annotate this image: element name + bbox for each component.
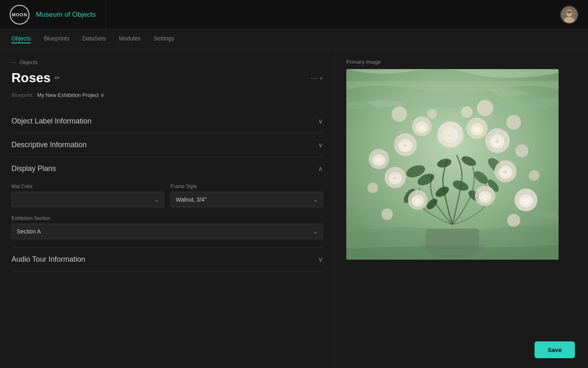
svg-point-29: [403, 144, 407, 147]
section-descriptive-chevron: ∨: [318, 141, 323, 149]
svg-point-33: [495, 139, 499, 144]
display-plans-content: Mat Color White Cream Black Frame Style: [11, 180, 323, 247]
svg-point-50: [522, 197, 530, 205]
svg-point-69: [392, 106, 407, 122]
section-audio-tour-chevron: ∨: [318, 256, 323, 263]
page-title: Roses: [11, 70, 51, 85]
primary-image-container: [346, 69, 559, 260]
left-panel: ← Objects Roses ✏ ··· ∨ Blueprint: My Ne…: [0, 49, 335, 368]
svg-point-37: [393, 177, 396, 180]
section-object-label: Object Label Information ∨: [11, 110, 323, 133]
section-object-label-title: Object Label Information: [11, 117, 91, 126]
blueprint-value[interactable]: My New Exhibition Project ∨: [37, 92, 105, 98]
save-button[interactable]: Save: [535, 341, 575, 358]
svg-point-68: [506, 115, 521, 130]
svg-point-63: [529, 170, 539, 181]
svg-point-53: [376, 157, 382, 163]
more-dots: ···: [311, 73, 318, 83]
section-display-plans-chevron: ∧: [318, 165, 323, 173]
main-content: ← Objects Roses ✏ ··· ∨ Blueprint: My Ne…: [0, 49, 588, 368]
section-audio-tour-header[interactable]: Audio Tour Information ∨: [11, 248, 323, 271]
nav-item-settings[interactable]: Settings: [154, 35, 174, 43]
right-panel: Primary Image: [335, 49, 588, 368]
app-title: Museum of Objects: [36, 11, 96, 19]
frame-style-label: Frame Style: [171, 184, 323, 189]
exhibition-section-select-wrapper: Section A Section B Section C: [11, 224, 323, 239]
svg-point-59: [419, 125, 425, 130]
mat-frame-row: Mat Color White Cream Black Frame Style: [11, 184, 323, 207]
svg-point-64: [368, 182, 378, 193]
top-bar: MOON Museum of Objects: [0, 0, 588, 29]
svg-point-62: [515, 144, 528, 157]
section-display-plans-header[interactable]: Display Plans ∧: [11, 157, 323, 180]
sub-nav: Objects Blueprints DataSets Modules Sett…: [0, 29, 588, 49]
section-audio-tour-title: Audio Tour Information: [11, 255, 85, 264]
breadcrumb[interactable]: ← Objects: [11, 59, 323, 65]
back-arrow-icon: ←: [11, 59, 17, 65]
frame-style-select[interactable]: Walnut, 3/4" Black, 1" Silver, 1/2" Gold…: [171, 192, 323, 207]
svg-point-56: [474, 126, 480, 133]
section-display-plans-title: Display Plans: [11, 164, 56, 173]
mat-color-label: Mat Color: [11, 184, 164, 189]
section-object-label-chevron: ∨: [318, 117, 323, 125]
section-descriptive: Descriptive Information ∨: [11, 133, 323, 157]
nav-item-modules[interactable]: Modules: [119, 35, 140, 43]
page-title-left: Roses ✏: [11, 70, 60, 85]
breadcrumb-label: Objects: [20, 59, 38, 65]
painting-svg: [346, 69, 559, 260]
nav-item-objects[interactable]: Objects: [11, 35, 31, 43]
svg-point-61: [461, 106, 472, 118]
section-object-label-header[interactable]: Object Label Information ∨: [11, 110, 323, 133]
section-display-plans: Display Plans ∧ Mat Color White Cream Bl…: [11, 157, 323, 248]
nav-item-datasets[interactable]: DataSets: [82, 35, 106, 43]
svg-point-66: [507, 214, 520, 227]
blueprint-name: My New Exhibition Project: [37, 92, 99, 98]
frame-style-group: Frame Style Walnut, 3/4" Black, 1" Silve…: [171, 184, 323, 207]
blueprint-chevron-icon: ∨: [100, 92, 105, 98]
blueprint-label: Blueprint:: [11, 92, 34, 98]
section-descriptive-title: Descriptive Information: [11, 141, 87, 149]
logo: MOON: [10, 5, 29, 25]
section-audio-tour: Audio Tour Information ∨: [11, 248, 323, 272]
user-avatar[interactable]: [560, 6, 578, 24]
svg-point-65: [381, 209, 393, 220]
exhibition-section-select[interactable]: Section A Section B Section C: [11, 224, 323, 239]
mat-color-select[interactable]: White Cream Black: [11, 192, 164, 207]
frame-style-select-wrapper: Walnut, 3/4" Black, 1" Silver, 1/2" Gold…: [171, 192, 323, 207]
svg-point-5: [570, 13, 571, 14]
chevron-small: ∨: [319, 75, 323, 81]
svg-point-4: [568, 13, 569, 14]
mat-color-group: Mat Color White Cream Black: [11, 184, 164, 207]
svg-point-44: [415, 198, 421, 204]
edit-icon[interactable]: ✏: [55, 74, 60, 82]
svg-point-67: [477, 100, 493, 116]
logo-area: MOON Museum of Objects: [10, 0, 106, 29]
exhibition-section-group: Exhibition Section Section A Section B S…: [11, 215, 323, 239]
blueprint-row: Blueprint: My New Exhibition Project ∨: [11, 92, 323, 98]
page-title-row: Roses ✏ ··· ∨: [11, 70, 323, 85]
section-descriptive-header[interactable]: Descriptive Information ∨: [11, 133, 323, 157]
mat-color-select-wrapper: White Cream Black: [11, 192, 164, 207]
user-avatar-image: [561, 7, 577, 23]
save-btn-area: Save: [535, 341, 575, 358]
primary-image-label: Primary Image: [346, 59, 381, 65]
nav-item-blueprints[interactable]: Blueprints: [44, 35, 69, 43]
more-options-icon[interactable]: ··· ∨: [311, 73, 323, 83]
svg-point-47: [482, 194, 488, 200]
svg-point-41: [503, 170, 507, 174]
exhibition-section-label: Exhibition Section: [11, 215, 323, 221]
svg-point-60: [427, 109, 437, 119]
